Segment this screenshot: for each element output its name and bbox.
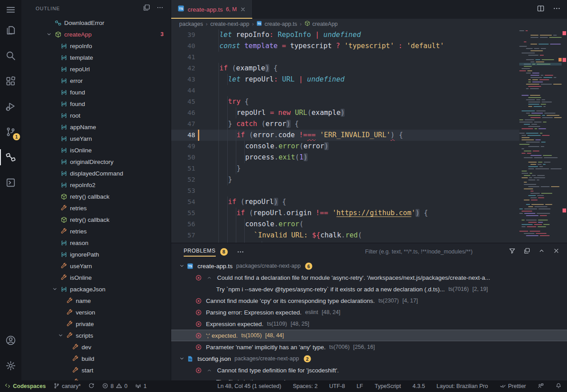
close-icon[interactable] xyxy=(240,6,246,12)
outline-item-DownloadError[interactable]: DownloadError xyxy=(21,17,171,29)
minimap[interactable] xyxy=(519,29,562,243)
outline-item-root[interactable]: root xyxy=(21,110,171,121)
breadcrumb-item-createApp[interactable]: createApp xyxy=(304,20,338,28)
overview-ruler[interactable] xyxy=(562,29,567,243)
more-actions-icon[interactable] xyxy=(156,4,164,13)
outline-item-version[interactable]: version xyxy=(21,306,171,318)
chevron-up-icon[interactable] xyxy=(206,368,214,373)
breadcrumb-item-create-next-app[interactable]: create-next-app xyxy=(210,21,250,27)
chevron-down-icon[interactable] xyxy=(45,30,53,39)
activity-item-explorer[interactable] xyxy=(0,20,21,41)
outline-item-useYarn[interactable]: useYarn xyxy=(21,133,171,144)
code-line-44[interactable]: 44 xyxy=(171,85,519,96)
chevron-up-icon[interactable] xyxy=(538,247,545,256)
outline-item-name[interactable]: name xyxy=(21,295,171,306)
status-item-encoding[interactable]: UTF-8 xyxy=(329,383,345,389)
code-line-58[interactable]: 58`"${example}"`) xyxy=(171,241,519,243)
filter-icon[interactable] xyxy=(509,247,516,256)
problem-row[interactable]: ';' expected.ts(1005)[48, 44] xyxy=(171,330,567,341)
problem-row[interactable]: Parsing error: Expression expected.eslin… xyxy=(171,306,567,318)
code-line-56[interactable]: 56console.error( xyxy=(171,219,519,230)
status-item-prettier[interactable]: Prettier xyxy=(500,383,526,390)
duplicate-panel-icon[interactable] xyxy=(523,247,530,256)
outline-item-repoInfo[interactable]: repoInfo xyxy=(21,40,171,52)
problems-group-tsconfig.json[interactable]: TStsconfig.jsonpackages/create-next-app2 xyxy=(171,353,567,364)
status-item-notifications[interactable] xyxy=(555,383,562,390)
code-line-46[interactable]: 46repoUrl = new URL(example) xyxy=(171,107,519,118)
status-item-codespaces-indicator[interactable]: Codespaces xyxy=(4,383,46,390)
problem-row[interactable]: Could not find a declaration file for mo… xyxy=(171,272,567,283)
outline-item-template[interactable]: template xyxy=(21,52,171,63)
outline-item-originalDirectory[interactable]: originalDirectory xyxy=(21,156,171,167)
chevron-down-icon[interactable] xyxy=(179,355,187,362)
tab-create-app-ts[interactable]: TS create-app.ts 6, M xyxy=(171,0,253,19)
outline-item-build[interactable]: build xyxy=(21,353,171,364)
status-item-eol[interactable]: LF xyxy=(357,383,363,389)
code-line-50[interactable]: 50process.exit(1) xyxy=(171,152,519,163)
code-line-47[interactable]: 47} catch (error) { xyxy=(171,118,519,130)
problem-row[interactable]: Cannot find type definition file for 'js… xyxy=(171,364,567,376)
outline-item-scripts[interactable]: scripts xyxy=(21,330,171,341)
activity-item-extensions[interactable] xyxy=(0,70,21,92)
code-line-52[interactable]: 52} xyxy=(171,174,519,185)
outline-item-found[interactable]: found xyxy=(21,86,171,98)
problem-row[interactable]: Cannot find module 'cpy' or its correspo… xyxy=(171,295,567,306)
status-item-feedback[interactable] xyxy=(538,383,544,390)
activity-item-source-control[interactable]: 1 xyxy=(0,121,21,143)
status-item-sync-item[interactable] xyxy=(88,383,94,390)
activity-item-settings[interactable] xyxy=(0,355,21,376)
status-item-language-mode[interactable]: TypeScript xyxy=(374,383,401,389)
status-item-layout[interactable]: Layout: Brazilian Pro xyxy=(436,383,488,389)
more-actions-icon[interactable] xyxy=(553,4,561,14)
code-line-40[interactable]: 40const template = typescript ? 'typescr… xyxy=(171,41,519,52)
chevron-up-icon[interactable] xyxy=(206,275,214,281)
outline-item-retry() callback[interactable]: retry() callback xyxy=(21,214,171,225)
outline-item-start[interactable]: start xyxy=(21,364,171,376)
code-line-43[interactable]: 43let repoUrl: URL | undefined xyxy=(171,74,519,85)
problem-row[interactable]: Expression expected.ts(1109)[48, 25] xyxy=(171,318,567,330)
chevron-down-icon[interactable] xyxy=(56,331,65,340)
activity-item-outline-view[interactable] xyxy=(0,147,21,168)
problem-row[interactable]: Parameter 'name' implicitly has an 'any'… xyxy=(171,341,567,353)
outline-item-repoUrl[interactable]: repoUrl xyxy=(21,63,171,75)
outline-item-isOnline[interactable]: isOnline xyxy=(21,272,171,283)
code-line-42[interactable]: 42if (example) { xyxy=(171,63,519,74)
outline-item-packageJson[interactable]: packageJson xyxy=(21,283,171,295)
outline-item-ignorePath[interactable]: ignorePath xyxy=(21,249,171,260)
problems-group-create-app.ts[interactable]: TScreate-app.tspackages/create-next-app6 xyxy=(171,260,567,272)
more-actions-icon[interactable] xyxy=(237,248,244,256)
outline-item-createApp[interactable]: createApp3 xyxy=(21,29,171,40)
code-line-45[interactable]: 45try { xyxy=(171,96,519,107)
activity-item-run-and-debug[interactable] xyxy=(0,96,21,117)
breadcrumb-item-packages[interactable]: packages xyxy=(179,21,203,27)
activity-item-search[interactable] xyxy=(0,45,21,66)
outline-item-partial[interactable] xyxy=(21,376,171,380)
status-item-indentation[interactable]: Spaces: 2 xyxy=(293,383,318,389)
code-line-39[interactable]: 39let repoInfo: RepoInfo | undefined xyxy=(171,29,519,41)
split-editor-icon[interactable] xyxy=(537,4,545,14)
status-item-ts-version[interactable]: 4.3.5 xyxy=(413,383,425,389)
outline-item-retries[interactable]: retries xyxy=(21,202,171,214)
collapse-all-icon[interactable] xyxy=(143,4,150,13)
chevron-down-icon[interactable] xyxy=(179,263,187,269)
outline-item-appName[interactable]: appName xyxy=(21,121,171,133)
status-item-cursor-position[interactable]: Ln 48, Col 45 (1 selected) xyxy=(218,383,281,389)
status-item-ports-item[interactable]: 1 xyxy=(135,383,147,390)
code-line-41[interactable]: 41 xyxy=(171,52,519,63)
outline-item-retries[interactable]: retries xyxy=(21,225,171,237)
outline-item-dev[interactable]: dev xyxy=(21,341,171,353)
code-line-51[interactable]: 51} xyxy=(171,163,519,174)
problem-row[interactable]: The file is in the program because: xyxy=(171,376,567,380)
close-icon[interactable] xyxy=(553,247,560,256)
chevron-down-icon[interactable] xyxy=(50,285,59,294)
activity-item-remote-explorer[interactable] xyxy=(0,172,21,193)
outline-item-retry() callback[interactable]: retry() callback xyxy=(21,191,171,202)
code-line-53[interactable]: 53 xyxy=(171,185,519,196)
outline-item-isOnline[interactable]: isOnline xyxy=(21,144,171,156)
breadcrumb-item-create-app.ts[interactable]: TScreate-app.ts xyxy=(256,20,297,28)
problem-row[interactable]: Try `npm i --save-dev @types/async-retry… xyxy=(171,283,567,295)
outline-item-reason[interactable]: reason xyxy=(21,237,171,249)
code-area[interactable]: 39let repoInfo: RepoInfo | undefined40co… xyxy=(171,29,519,243)
outline-item-useYarn[interactable]: useYarn xyxy=(21,260,171,272)
code-line-55[interactable]: 55if (repoUrl.origin !== 'https://github… xyxy=(171,208,519,219)
